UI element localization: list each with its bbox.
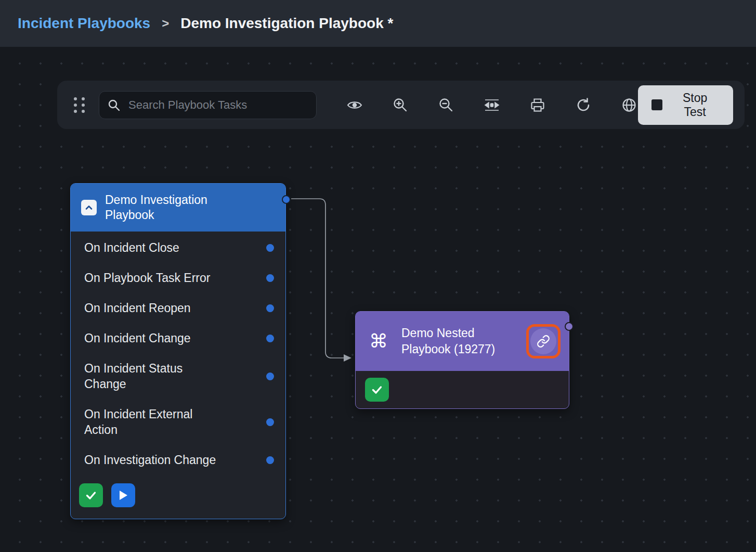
trigger-row-on-incident-external-action[interactable]: On Incident External Action xyxy=(71,399,285,445)
run-play-button[interactable] xyxy=(111,483,135,507)
main-node-footer xyxy=(71,475,285,519)
breadcrumb-bar: Incident Playbooks > Demo Investigation … xyxy=(0,0,756,47)
row-port-dot[interactable] xyxy=(266,304,274,312)
nested-playbook-node[interactable]: ⌘ Demo Nested Playbook (19277) xyxy=(355,311,569,409)
trigger-row-on-incident-change[interactable]: On Incident Change xyxy=(71,323,285,353)
zoom-out-icon[interactable] xyxy=(437,96,455,114)
stop-test-label: Stop Test xyxy=(670,91,720,119)
row-port-dot[interactable] xyxy=(266,274,274,282)
trigger-row-on-incident-close[interactable]: On Incident Close xyxy=(71,233,285,263)
nested-node-port[interactable] xyxy=(565,322,573,331)
toolbar-icon-group xyxy=(346,96,638,114)
trigger-row-on-incident-status-change[interactable]: On Incident Status Change xyxy=(71,353,285,399)
output-port[interactable] xyxy=(282,195,291,204)
row-port-dot[interactable] xyxy=(266,418,274,426)
search-input[interactable] xyxy=(99,91,317,119)
link-icon xyxy=(537,335,550,348)
trigger-row-on-investigation-change[interactable]: On Investigation Change xyxy=(71,445,285,475)
row-port-dot[interactable] xyxy=(266,335,274,342)
drag-handle-icon[interactable] xyxy=(74,97,85,113)
refresh-icon[interactable] xyxy=(575,96,592,114)
nested-node-header[interactable]: ⌘ Demo Nested Playbook (19277) xyxy=(356,312,569,371)
breadcrumb-separator: > xyxy=(162,16,169,31)
validate-check-button[interactable] xyxy=(79,483,103,507)
main-node-header[interactable]: Demo Investigation Playbook xyxy=(71,184,285,232)
trigger-row-on-playbook-task-error[interactable]: On Playbook Task Error xyxy=(71,263,285,293)
highlight-ring xyxy=(526,324,561,358)
row-port-dot[interactable] xyxy=(266,244,274,252)
zoom-in-icon[interactable] xyxy=(392,96,409,114)
canvas-toolbar: Stop Test xyxy=(57,81,745,129)
play-icon xyxy=(118,490,128,501)
search-box xyxy=(99,91,317,119)
check-icon xyxy=(371,383,383,396)
search-icon xyxy=(107,98,121,112)
nested-node-body xyxy=(356,371,569,408)
trigger-row-on-incident-reopen[interactable]: On Incident Reopen xyxy=(71,293,285,323)
page-title: Demo Investigation Playbook * xyxy=(180,15,393,32)
print-icon[interactable] xyxy=(529,96,546,114)
nested-node-title: Demo Nested Playbook (19277) xyxy=(401,325,512,357)
breadcrumb-link-incident-playbooks[interactable]: Incident Playbooks xyxy=(18,15,150,32)
nested-validate-check-button[interactable] xyxy=(365,378,389,402)
globe-icon[interactable] xyxy=(620,96,638,114)
open-nested-playbook-link-button[interactable] xyxy=(530,328,556,354)
trigger-row-list: On Incident Close On Playbook Task Error… xyxy=(71,232,285,475)
stop-icon xyxy=(651,99,662,110)
main-node-title: Demo Investigation Playbook xyxy=(105,192,241,223)
check-icon xyxy=(85,489,97,502)
row-port-dot[interactable] xyxy=(266,456,274,464)
stop-test-button[interactable]: Stop Test xyxy=(638,85,733,125)
preview-eye-icon[interactable] xyxy=(346,96,363,114)
command-icon: ⌘ xyxy=(369,332,388,351)
playbook-canvas[interactable]: Stop Test Demo Investigation Playbook On… xyxy=(0,47,756,552)
collapse-chevron-icon[interactable] xyxy=(81,200,97,215)
row-port-dot[interactable] xyxy=(266,373,274,380)
main-playbook-node[interactable]: Demo Investigation Playbook On Incident … xyxy=(70,183,286,519)
fit-view-icon[interactable] xyxy=(483,96,501,114)
